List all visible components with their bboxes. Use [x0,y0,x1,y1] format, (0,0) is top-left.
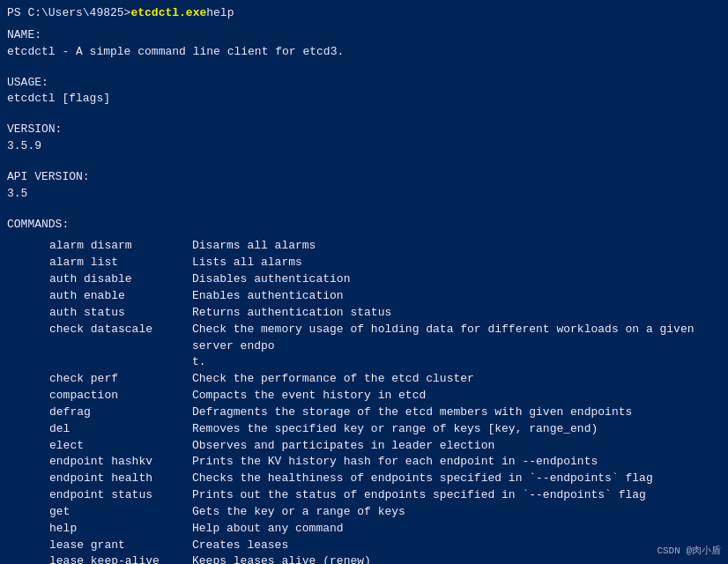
cmd-name: auth status [7,305,192,322]
cmd-name: check perf [7,371,192,388]
prompt-line: PS C:\Users\49825> etcdctl.exe help [7,5,721,22]
cmd-row: alarm disarmDisarms all alarms [7,238,721,255]
watermark: CSDN @肉小盾 [657,544,721,557]
cmd-name: lease keep-alive [7,553,192,564]
cmd-row: auth enableEnables authentication [7,288,721,305]
cmd-row: auth disableDisables authentication [7,271,721,288]
cmd-desc: Prints out the status of endpoints speci… [192,487,721,504]
cmd-desc: Checks the healthiness of endpoints spec… [192,471,721,487]
usage-desc: etcdctl [flags] [7,91,721,108]
cmd-desc: Creates leases [192,538,721,554]
cmd-name: auth disable [7,271,192,288]
cmd-name: help [7,521,192,538]
cmd-row: endpoint hashkvPrints the KV history has… [7,454,721,471]
api-version-header: API VERSION: [7,169,721,186]
api-version-value: 3.5 [7,186,721,203]
cmd-desc: Keeps leases alive (renew) [192,553,721,564]
cmd-desc: Disables authentication [192,271,721,288]
cmd-row: lease grantCreates leases [7,538,721,554]
cmd-desc: Enables authentication [192,288,721,305]
cmd-desc: Lists all alarms [192,255,721,271]
cmd-row: defragDefragments the storage of the etc… [7,404,721,421]
cmd-row: alarm listLists all alarms [7,255,721,271]
cmd-name: get [7,504,192,521]
cmd-name: defrag [7,404,192,421]
cmd-row: compactionCompacts the event history in … [7,388,721,404]
cmd-row: delRemoves the specified key or range of… [7,421,721,438]
commands-header: COMMANDS: [7,217,721,234]
cmd-row: endpoint healthChecks the healthiness of… [7,471,721,487]
cmd-row: check perfCheck the performance of the e… [7,371,721,388]
cmd-desc: Help about any command [192,521,721,538]
prompt-path: PS C:\Users\49825> [7,5,130,22]
cmd-row: getGets the key or a range of keys [7,504,721,521]
commands-list: alarm disarmDisarms all alarmsalarm list… [7,238,721,564]
cmd-row: check datascaleCheck the memory usage of… [7,322,721,355]
cmd-name: auth enable [7,288,192,305]
cmd-row: t. [7,354,721,371]
cmd-desc: Compacts the event history in etcd [192,388,721,404]
cmd-desc: Defragments the storage of the etcd memb… [192,404,721,421]
usage-header: USAGE: [7,75,721,92]
cmd-name: compaction [7,388,192,404]
terminal-window: PS C:\Users\49825> etcdctl.exe help NAME… [0,0,728,564]
version-header: VERSION: [7,122,721,138]
cmd-name: endpoint health [7,471,192,487]
cmd-name: endpoint status [7,487,192,504]
name-desc: etcdctl - A simple command line client f… [7,44,721,61]
cmd-desc-cont: t. [192,354,721,371]
cmd-desc: Prints the KV history hash for each endp… [192,454,721,471]
cmd-highlight: etcdctl.exe [130,5,206,22]
cmd-name: elect [7,438,192,455]
cmd-desc: Gets the key or a range of keys [192,504,721,521]
cmd-name: endpoint hashkv [7,454,192,471]
cmd-name-empty [7,354,192,371]
cmd-name: alarm disarm [7,238,192,255]
cmd-desc: Disarms all alarms [192,238,721,255]
cmd-arg: help [206,5,234,22]
cmd-desc: Observes and participates in leader elec… [192,438,721,455]
cmd-row: auth statusReturns authentication status [7,305,721,322]
cmd-row: endpoint statusPrints out the status of … [7,487,721,504]
cmd-desc: Removes the specified key or range of ke… [192,421,721,438]
cmd-row: helpHelp about any command [7,521,721,538]
cmd-name: lease grant [7,538,192,554]
cmd-desc: Check the performance of the etcd cluste… [192,371,721,388]
name-header: NAME: [7,27,721,44]
version-value: 3.5.9 [7,138,721,155]
cmd-name: alarm list [7,255,192,271]
cmd-desc: Returns authentication status [192,305,721,322]
cmd-name: check datascale [7,322,192,355]
cmd-row: electObserves and participates in leader… [7,438,721,455]
cmd-desc: Check the memory usage of holding data f… [192,322,721,355]
cmd-row: lease keep-aliveKeeps leases alive (rene… [7,553,721,564]
cmd-name: del [7,421,192,438]
